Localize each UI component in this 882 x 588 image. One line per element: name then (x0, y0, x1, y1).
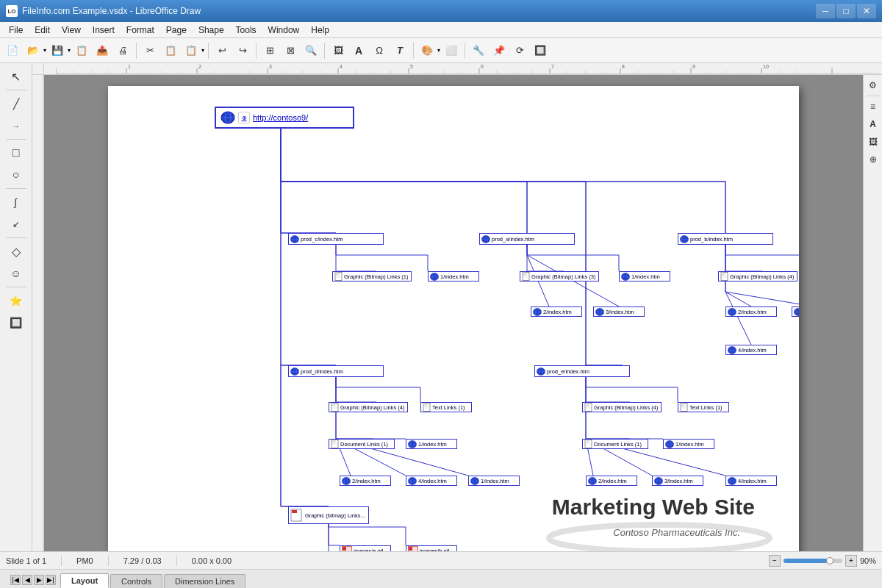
page-canvas[interactable]: ⊕ http://contoso9/ prod_c/index.htmprod_… (44, 75, 863, 551)
menu-shape[interactable]: Shape (193, 22, 230, 37)
menu-help[interactable]: Help (305, 22, 335, 37)
node-index_a1[interactable]: 1/index.htm (619, 271, 670, 282)
rect-tool[interactable]: □ (4, 143, 29, 163)
paste-button[interactable]: 📋 (182, 41, 201, 60)
menu-view[interactable]: View (56, 22, 87, 37)
insert-text-button[interactable]: A (349, 41, 368, 60)
node-graphic_b1[interactable]: Graphic (Bitmap) Links (4) (718, 271, 797, 282)
insert-fontwork-button[interactable]: T (390, 41, 409, 60)
paste-button-group[interactable]: 📋 ▾ (182, 41, 204, 60)
position-button[interactable]: 📌 (490, 41, 509, 60)
node-graphic_e1[interactable]: Graphic (Bitmap) Links (4) (582, 402, 662, 412)
smiley-tool[interactable]: ☺ (4, 263, 29, 284)
snap-button[interactable]: ⊠ (281, 41, 300, 60)
cut-button[interactable]: ✂ (140, 41, 159, 60)
transform-button[interactable]: 🔧 (469, 41, 488, 60)
menu-tools[interactable]: Tools (230, 22, 262, 37)
node-index_d5[interactable]: 1/index.htm (468, 476, 520, 486)
print-button[interactable]: 🖨 (113, 41, 132, 60)
save-button-group[interactable]: 💾 ▾ (48, 41, 71, 60)
node-graphic_c1[interactable]: Graphic (Bitmap) Links (1) (332, 271, 412, 282)
node-img_a1[interactable]: images/a.gif (340, 545, 391, 551)
curve-tool[interactable]: ∫ (4, 192, 29, 212)
node-prod_a[interactable]: prod_a/index.htm (479, 233, 575, 245)
node-prod_b[interactable]: prod_b/index.htm (678, 233, 773, 245)
zoom-slider[interactable] (784, 559, 842, 563)
open-button-group[interactable]: 📂 ▾ (24, 41, 46, 60)
copy-button[interactable]: 📋 (161, 41, 180, 60)
tab-layout[interactable]: Layout (60, 573, 109, 588)
node-index_e3[interactable]: 2/index.htm (586, 476, 637, 486)
node-prod_c[interactable]: prod_c/index.htm (288, 233, 384, 245)
zoom-handle[interactable] (826, 557, 833, 564)
color-button[interactable]: 🎨 (417, 41, 437, 60)
node-index_e5[interactable]: 4/index.htm (725, 476, 777, 486)
node-index_d3[interactable]: 2/index.htm (340, 476, 391, 486)
node-prod_d[interactable]: prod_d/index.htm (288, 365, 384, 377)
node-index_d4[interactable]: 4/index.htm (406, 476, 457, 486)
insert-special-button[interactable]: Ω (370, 41, 389, 60)
tab-last-button[interactable]: ▶| (46, 575, 56, 585)
character-button[interactable]: A (866, 117, 881, 132)
tab-controls[interactable]: Controls (110, 574, 162, 588)
node-index_b4[interactable]: 4/index.htm (725, 345, 777, 355)
menu-page[interactable]: Page (160, 22, 193, 37)
ellipse-tool[interactable]: ○ (4, 165, 29, 185)
tab-prev-button[interactable]: ◀ (22, 575, 32, 585)
node-index_b2[interactable]: 2/index.htm (725, 306, 777, 317)
node-index_e4[interactable]: 3/index.htm (652, 476, 703, 486)
maximize-button[interactable]: □ (836, 4, 856, 18)
node-text_e1[interactable]: Text Links (1) (678, 402, 729, 412)
menu-insert[interactable]: Insert (87, 22, 121, 37)
menu-edit[interactable]: Edit (29, 22, 56, 37)
line-tool[interactable]: ╱ (4, 93, 29, 114)
tab-first-button[interactable]: |◀ (10, 575, 21, 585)
navigator-button[interactable]: ⊕ (866, 152, 881, 167)
open-button[interactable]: 📂 (24, 41, 43, 60)
node-doc_d1[interactable]: Document Links (1) (329, 439, 395, 449)
menu-file[interactable]: File (3, 22, 29, 37)
root-node[interactable]: ⊕ http://contoso9/ (215, 107, 354, 129)
new-button[interactable]: 📄 (3, 41, 22, 60)
connector-tool[interactable]: ↙ (4, 214, 29, 234)
redo-button[interactable]: ↪ (233, 41, 252, 60)
node-index_c1[interactable]: 1/index.htm (428, 271, 479, 282)
node-index_a2[interactable]: 2/index.htm (531, 306, 582, 317)
arrow-tool[interactable]: → (4, 115, 29, 136)
gallery-button[interactable]: 🖼 (866, 135, 881, 149)
undo-button[interactable]: ↩ (212, 41, 232, 60)
node-graphic_7[interactable]: Graphic (bitmap) Links (7) (288, 506, 369, 524)
export-button[interactable]: 📤 (93, 41, 112, 60)
zoom-out-button[interactable]: − (769, 555, 781, 567)
tab-next-button[interactable]: ▶ (34, 575, 44, 585)
menu-window[interactable]: Window (262, 22, 306, 37)
node-index_a3[interactable]: 3/index.htm (593, 306, 645, 317)
node-img_b1[interactable]: images/b.gif (406, 545, 457, 551)
export-pdf-button[interactable]: 📋 (72, 41, 91, 60)
node-index_b3[interactable]: 3/index.htm (792, 306, 799, 317)
shadow-button[interactable]: 🔲 (531, 41, 550, 60)
node-text_d1[interactable]: Text Links (1) (420, 402, 472, 412)
color-button-group[interactable]: 🎨 ▾ (417, 41, 440, 60)
tab-dimension-lines[interactable]: Dimension Lines (164, 574, 245, 588)
node-index_e2[interactable]: 1/index.htm (663, 439, 714, 449)
node-prod_e[interactable]: prod_e/index.htm (534, 365, 630, 377)
close-button[interactable]: ✕ (857, 4, 876, 18)
save-button[interactable]: 💾 (48, 41, 67, 60)
properties-button[interactable]: ⚙ (866, 78, 881, 93)
node-index_d2[interactable]: 1/index.htm (406, 439, 457, 449)
node-graphic_d1[interactable]: Graphic (Bitmap) Links (4) (329, 402, 408, 412)
star-tool[interactable]: ⭐ (4, 290, 29, 311)
grid-button[interactable]: ⊞ (260, 41, 279, 60)
menu-format[interactable]: Format (121, 22, 160, 37)
node-doc_e1[interactable]: Document Links (1) (582, 439, 648, 449)
zoom-in-button[interactable]: + (845, 555, 857, 567)
diamond-tool[interactable]: ◇ (4, 241, 29, 262)
zoom-button[interactable]: 🔍 (301, 41, 320, 60)
block-tool[interactable]: 🔲 (4, 312, 29, 333)
rectangle-button[interactable]: ⬜ (442, 41, 461, 60)
select-tool[interactable]: ↖ (4, 66, 29, 87)
minimize-button[interactable]: ─ (816, 4, 835, 18)
rotate-button[interactable]: ⟳ (510, 41, 529, 60)
insert-image-button[interactable]: 🖼 (329, 41, 348, 60)
